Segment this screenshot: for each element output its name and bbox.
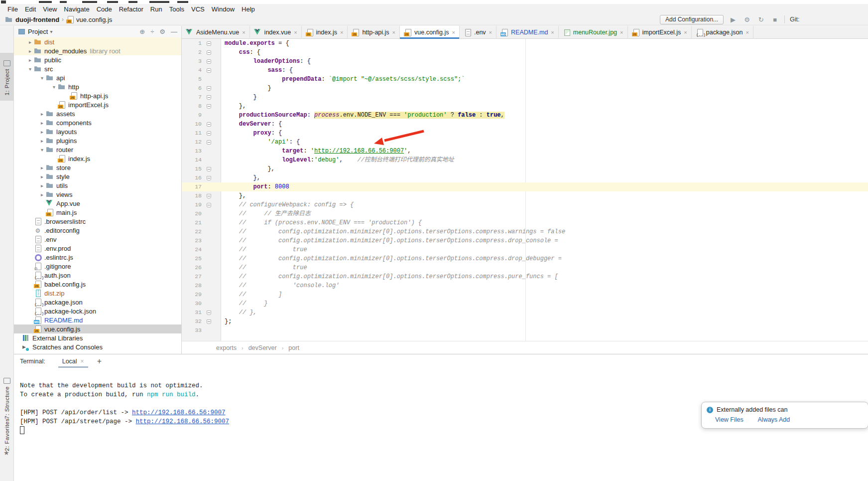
fold-end-icon[interactable] xyxy=(207,167,211,171)
chevron-collapsed-icon[interactable]: ▸ xyxy=(26,57,34,63)
code-line-28[interactable]: 28 // 'console.log' xyxy=(182,281,868,290)
settings-icon[interactable]: ⚙ xyxy=(159,28,165,35)
menu-item-run[interactable]: Run xyxy=(147,5,166,13)
code-line-19[interactable]: 19 // configureWebpack: config => { xyxy=(182,200,868,209)
menu-item-view[interactable]: View xyxy=(39,5,60,13)
code-line-14[interactable]: 14 logLevel:'debug', //控制台终端打印代理前的真实地址 xyxy=(182,156,868,164)
tab-env[interactable]: .env× xyxy=(460,26,496,39)
tree-item-readme-md[interactable]: MDREADME.md xyxy=(14,316,181,324)
tree-item-babel-config-js[interactable]: JSbabel.config.js xyxy=(14,280,181,289)
tree-item-index-js[interactable]: JSindex.js xyxy=(14,154,181,163)
collapse-all-icon[interactable]: ÷ xyxy=(150,28,154,35)
fold-open-icon[interactable] xyxy=(207,131,211,136)
chevron-expanded-icon[interactable]: ▾ xyxy=(26,66,34,72)
fold-end-icon[interactable] xyxy=(207,311,211,315)
tree-item-app-vue[interactable]: App.vue xyxy=(14,199,181,208)
breadcrumb-file[interactable]: vue.config.js xyxy=(76,16,112,23)
code-editor[interactable]: 1module.exports = {2 css: {3 loaderOptio… xyxy=(182,39,868,341)
menu-item-edit[interactable]: Edit xyxy=(21,5,39,13)
chevron-collapsed-icon[interactable]: ▸ xyxy=(38,183,46,188)
chevron-collapsed-icon[interactable]: ▸ xyxy=(38,111,46,117)
tree-item-browserslistrc[interactable]: .browserslistrc xyxy=(14,217,181,226)
menu-item-file[interactable]: File xyxy=(4,5,21,13)
tab-index-js[interactable]: JSindex.js× xyxy=(302,26,348,39)
tab-importexcel-js[interactable]: JSimportExcel.js× xyxy=(628,26,692,39)
tree-item-auth-json[interactable]: {..}auth.json xyxy=(14,271,181,280)
always-add-link[interactable]: Always Add xyxy=(758,416,790,423)
tree-item-assets[interactable]: ▸assets xyxy=(14,109,181,118)
code-line-26[interactable]: 26 // true xyxy=(182,263,868,272)
code-line-22[interactable]: 22 // config.optimization.minimizer[0].o… xyxy=(182,227,868,236)
add-configuration-button[interactable]: Add Configuration... xyxy=(660,15,724,24)
chevron-collapsed-icon[interactable]: ▸ xyxy=(38,120,46,126)
code-line-33[interactable]: 33 xyxy=(182,326,868,335)
fold-end-icon[interactable] xyxy=(207,176,211,180)
menu-item-code[interactable]: Code xyxy=(93,5,116,13)
view-files-link[interactable]: View Files xyxy=(715,416,744,423)
tree-item-public[interactable]: ▸public xyxy=(14,55,181,64)
close-icon[interactable]: × xyxy=(340,29,343,35)
code-line-8[interactable]: 8 }, xyxy=(182,102,868,111)
tree-item-package-json[interactable]: {..}package.json xyxy=(14,298,181,307)
menu-item-tools[interactable]: Tools xyxy=(166,5,188,13)
terminal-tab-local[interactable]: Local × xyxy=(60,354,86,368)
tree-item-importexcel-js[interactable]: JSimportExcel.js xyxy=(14,100,181,109)
code-line-31[interactable]: 31 // }, xyxy=(182,308,868,317)
close-icon[interactable]: × xyxy=(242,29,245,35)
menu-item-window[interactable]: Window xyxy=(208,5,238,13)
fold-open-icon[interactable] xyxy=(207,203,211,207)
code-line-7[interactable]: 7 } xyxy=(182,93,868,102)
run-icon[interactable]: ▶ xyxy=(729,16,738,23)
code-line-23[interactable]: 23 // config.optimization.minimizer[0].o… xyxy=(182,236,868,245)
code-line-25[interactable]: 25 // config.optimization.minimizer[0].o… xyxy=(182,254,868,263)
tab-vue-config-js[interactable]: JSvue.config.js× xyxy=(400,26,460,39)
tree-item-router[interactable]: ▾router xyxy=(14,145,181,154)
fold-open-icon[interactable] xyxy=(207,68,211,73)
fold-open-icon[interactable] xyxy=(207,59,211,64)
tree-item-env[interactable]: .env xyxy=(14,235,181,244)
rerun-icon[interactable]: ↻ xyxy=(756,16,765,23)
tree-item-scratches-and-consoles[interactable]: ▶Scratches and Consoles xyxy=(14,342,181,351)
tree-item-dist[interactable]: ▸dist xyxy=(14,37,181,46)
chevron-expanded-icon[interactable]: ▾ xyxy=(50,84,58,90)
tree-item-components[interactable]: ▸components xyxy=(14,118,181,127)
tree-item-api[interactable]: ▾api xyxy=(14,73,181,82)
code-line-29[interactable]: 29 // ] xyxy=(182,290,868,299)
tree-item-eslintrc-js[interactable]: .eslintrc.js xyxy=(14,253,181,262)
fold-end-icon[interactable] xyxy=(207,86,211,91)
code-line-16[interactable]: 16 }, xyxy=(182,173,868,182)
tool-button-structure[interactable]: 7: Structure xyxy=(0,374,13,421)
code-line-27[interactable]: 27 // config.optimization.minimizer[0].o… xyxy=(182,272,868,281)
git-label[interactable]: Git: xyxy=(790,16,799,23)
code-line-13[interactable]: 13 target: 'http://192.168.66.56:9007', xyxy=(182,147,868,156)
chevron-expanded-icon[interactable]: ▾ xyxy=(38,75,46,81)
fold-end-icon[interactable] xyxy=(207,194,211,198)
code-line-11[interactable]: 11 proxy: { xyxy=(182,129,868,138)
tab-package-json[interactable]: {..}package.json× xyxy=(692,26,753,39)
tool-button-favorites[interactable]: 2: Favorites xyxy=(0,421,13,449)
tree-item-env-prod[interactable]: .env.prod xyxy=(14,244,181,253)
chevron-collapsed-icon[interactable]: ▸ xyxy=(38,165,46,170)
close-icon[interactable]: × xyxy=(551,29,554,35)
locate-file-icon[interactable]: ⊕ xyxy=(139,28,145,35)
close-icon[interactable]: × xyxy=(620,29,623,35)
tree-item-src[interactable]: ▾src xyxy=(14,64,181,73)
menu-item-refactor[interactable]: Refactor xyxy=(116,5,147,13)
new-terminal-icon[interactable]: + xyxy=(97,357,102,366)
fold-open-icon[interactable] xyxy=(207,122,211,127)
menu-item-navigate[interactable]: Navigate xyxy=(60,5,93,13)
code-line-30[interactable]: 30 // } xyxy=(182,299,868,308)
code-line-10[interactable]: 10 devServer: { xyxy=(182,120,868,129)
tree-item-dist-zip[interactable]: dist.zip xyxy=(14,289,181,298)
code-line-15[interactable]: 15 }, xyxy=(182,164,868,173)
code-line-18[interactable]: 18 }, xyxy=(182,191,868,200)
breadcrumb-exports[interactable]: exports xyxy=(214,344,239,351)
close-icon[interactable]: × xyxy=(684,29,687,35)
close-icon[interactable]: × xyxy=(745,29,748,35)
close-icon[interactable]: × xyxy=(392,29,395,35)
tree-item-style[interactable]: ▸style xyxy=(14,172,181,181)
breadcrumb-project[interactable]: duoji-frontend xyxy=(15,16,59,23)
code-line-5[interactable]: 5 prependData: `@import "~@/assets/scss/… xyxy=(182,75,868,84)
menu-item-vcs[interactable]: VCS xyxy=(188,5,208,13)
code-line-32[interactable]: 32}; xyxy=(182,317,868,326)
